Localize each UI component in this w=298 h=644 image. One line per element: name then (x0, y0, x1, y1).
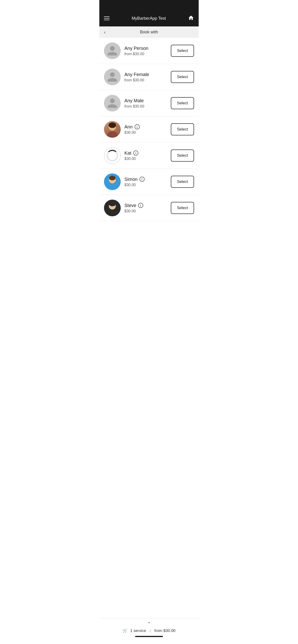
select-button-any-male[interactable]: Select (171, 97, 194, 109)
staff-price: from $30.00 (124, 52, 144, 56)
sub-header: ‹ Book with (99, 26, 199, 38)
home-icon (188, 15, 194, 21)
staff-info-any-male: Any Male from $30.00 (124, 98, 167, 108)
staff-name-row: Any Person (124, 46, 167, 51)
staff-price: $30.00 (124, 157, 136, 161)
avatar-any-female (104, 68, 121, 85)
staff-info-any-person: Any Person from $30.00 (124, 46, 167, 56)
staff-name: Simon (124, 177, 138, 182)
staff-price: $30.00 (124, 183, 136, 187)
avatar-simon (104, 174, 121, 190)
staff-price: $30.00 (124, 130, 136, 134)
staff-item-any-person: Any Person from $30.00 Select (99, 38, 199, 64)
staff-name-row: Ann i (124, 124, 167, 130)
svg-point-1 (107, 131, 117, 138)
svg-point-5 (107, 184, 118, 190)
info-button-steve[interactable]: i (138, 203, 143, 208)
select-button-any-person[interactable]: Select (171, 45, 194, 57)
staff-name: Any Person (124, 46, 148, 51)
avatar-any-male (104, 95, 121, 112)
staff-item-steve: Steve i $30.00 Select (99, 195, 199, 221)
staff-info-kat: Kat i $30.00 (124, 150, 167, 161)
avatar-ann (104, 121, 121, 138)
staff-name: Any Male (124, 98, 144, 104)
avatar-kat (104, 147, 121, 164)
staff-item-any-female: Any Female from $30.00 Select (99, 64, 199, 90)
app-title: MyBarberApp Test (132, 16, 166, 21)
staff-name-row: Kat i (124, 150, 167, 156)
status-bar (99, 0, 199, 10)
staff-name-row: Any Female (124, 72, 167, 77)
staff-item-kat: Kat i $30.00 Select (99, 142, 199, 169)
ann-avatar-svg (104, 121, 121, 138)
staff-info-steve: Steve i $30.00 (124, 203, 167, 213)
select-button-simon[interactable]: Select (171, 176, 194, 188)
avatar-any-person (104, 42, 121, 59)
staff-name: Kat (124, 150, 131, 156)
staff-name: Steve (124, 203, 136, 208)
kat-spinner-icon (107, 150, 118, 161)
generic-person-icon (107, 45, 118, 56)
svg-point-6 (109, 176, 116, 180)
staff-price: $30.00 (124, 209, 136, 213)
staff-info-any-female: Any Female from $30.00 (124, 72, 167, 82)
staff-price: from $30.00 (124, 104, 144, 108)
svg-point-3 (109, 122, 116, 128)
staff-item-ann: Ann i $30.00 Select (99, 116, 199, 142)
generic-person-icon (107, 97, 118, 109)
info-button-ann[interactable]: i (135, 124, 140, 129)
staff-name-row: Any Male (124, 98, 167, 104)
staff-name-row: Simon i (124, 177, 167, 182)
staff-name: Any Female (124, 72, 149, 77)
menu-button[interactable] (104, 16, 110, 20)
select-button-steve[interactable]: Select (171, 202, 194, 214)
info-button-simon[interactable]: i (139, 177, 145, 182)
staff-list: Any Person from $30.00 Select Any Female… (99, 38, 199, 240)
app-header: MyBarberApp Test (99, 10, 199, 26)
staff-item-any-male: Any Male from $30.00 Select (99, 90, 199, 116)
staff-name: Ann (124, 124, 133, 130)
avatar-steve (104, 200, 121, 216)
back-button[interactable]: ‹ (104, 30, 106, 35)
info-button-kat[interactable]: i (133, 150, 138, 156)
sub-header-title: Book with (104, 30, 194, 34)
steve-avatar-svg (104, 200, 121, 216)
staff-name-row: Steve i (124, 203, 167, 208)
svg-point-9 (109, 202, 116, 206)
select-button-kat[interactable]: Select (171, 150, 194, 162)
simon-avatar-svg (104, 174, 121, 190)
staff-item-simon: Simon i $30.00 Select (99, 169, 199, 195)
home-button[interactable] (188, 15, 194, 22)
select-button-ann[interactable]: Select (171, 123, 194, 136)
staff-info-ann: Ann i $30.00 (124, 124, 167, 135)
staff-price: from $30.00 (124, 78, 144, 82)
generic-person-icon (107, 71, 118, 83)
svg-point-8 (107, 210, 118, 216)
select-button-any-female[interactable]: Select (171, 71, 194, 83)
staff-info-simon: Simon i $30.00 (124, 177, 167, 187)
